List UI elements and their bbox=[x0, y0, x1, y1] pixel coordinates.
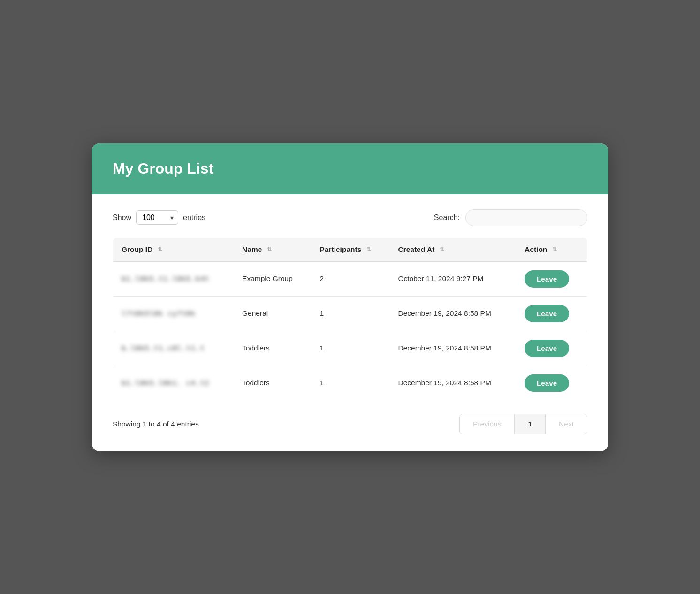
cell-created-at: December 19, 2024 8:58 PM bbox=[389, 296, 516, 331]
cell-created-at: October 11, 2024 9:27 PM bbox=[389, 261, 516, 296]
sort-icon-participants: ⇅ bbox=[366, 246, 371, 253]
group-id-value: b1.l0k5.t1.l0k5.k4t bbox=[122, 274, 209, 282]
leave-button[interactable]: Leave bbox=[525, 340, 569, 357]
cell-participants: 1 bbox=[311, 331, 389, 366]
group-id-value: b1.l0k5.l0k1. c4.t2 bbox=[122, 379, 209, 387]
cell-action: Leave bbox=[516, 366, 587, 400]
table-row: b.l0k5.t1.c0l.t1.tToddlers1December 19, … bbox=[113, 331, 587, 366]
sort-icon-name: ⇅ bbox=[267, 246, 272, 253]
cell-name: Example Group bbox=[234, 261, 311, 296]
sort-icon-created-at: ⇅ bbox=[440, 246, 444, 253]
table-row: l7t0k5l0k cy7t0kGeneral1December 19, 202… bbox=[113, 296, 587, 331]
modal-header: My Group List bbox=[92, 143, 608, 194]
entries-select-wrapper[interactable]: 10 25 50 100 bbox=[136, 210, 178, 225]
leave-button[interactable]: Leave bbox=[525, 270, 569, 288]
search-input[interactable] bbox=[465, 209, 587, 226]
cell-name: General bbox=[234, 296, 311, 331]
leave-button[interactable]: Leave bbox=[525, 305, 569, 322]
previous-button[interactable]: Previous bbox=[460, 414, 514, 434]
cell-name: Toddlers bbox=[234, 366, 311, 400]
cell-group-id: b1.l0k5.l0k1. c4.t2 bbox=[113, 366, 234, 400]
cell-group-id: l7t0k5l0k cy7t0k bbox=[113, 296, 234, 331]
search-label: Search: bbox=[434, 213, 460, 222]
show-label: Show bbox=[113, 213, 131, 222]
table-header: Group ID ⇅ Name ⇅ Participants ⇅ Created… bbox=[113, 237, 587, 261]
pagination-row: Showing 1 to 4 of 4 entries Previous 1 N… bbox=[113, 414, 587, 434]
entries-label: entries bbox=[183, 213, 205, 222]
cell-action: Leave bbox=[516, 331, 587, 366]
col-header-created-at: Created At ⇅ bbox=[389, 237, 516, 261]
cell-created-at: December 19, 2024 8:58 PM bbox=[389, 366, 516, 400]
modal-container: My Group List Show 10 25 50 100 entries … bbox=[92, 143, 608, 451]
next-button[interactable]: Next bbox=[546, 414, 587, 434]
page-1-button[interactable]: 1 bbox=[514, 414, 546, 434]
entries-select[interactable]: 10 25 50 100 bbox=[136, 210, 178, 225]
leave-button[interactable]: Leave bbox=[525, 374, 569, 392]
sort-icon-group-id: ⇅ bbox=[158, 246, 162, 253]
cell-group-id: b1.l0k5.t1.l0k5.k4t bbox=[113, 261, 234, 296]
col-header-participants: Participants ⇅ bbox=[311, 237, 389, 261]
col-header-name: Name ⇅ bbox=[234, 237, 311, 261]
cell-participants: 1 bbox=[311, 366, 389, 400]
sort-icon-action: ⇅ bbox=[552, 246, 557, 253]
cell-created-at: December 19, 2024 8:58 PM bbox=[389, 331, 516, 366]
col-header-action: Action ⇅ bbox=[516, 237, 587, 261]
cell-participants: 2 bbox=[311, 261, 389, 296]
table-header-row: Group ID ⇅ Name ⇅ Participants ⇅ Created… bbox=[113, 237, 587, 261]
group-table: Group ID ⇅ Name ⇅ Participants ⇅ Created… bbox=[113, 237, 587, 401]
toolbar-right: Search: bbox=[434, 209, 587, 226]
group-id-value: l7t0k5l0k cy7t0k bbox=[122, 309, 196, 317]
group-id-value: b.l0k5.t1.c0l.t1.t bbox=[122, 344, 205, 352]
toolbar-left: Show 10 25 50 100 entries bbox=[113, 210, 205, 225]
col-header-group-id: Group ID ⇅ bbox=[113, 237, 234, 261]
table-row: b1.l0k5.l0k1. c4.t2Toddlers1December 19,… bbox=[113, 366, 587, 400]
cell-name: Toddlers bbox=[234, 331, 311, 366]
table-row: b1.l0k5.t1.l0k5.k4tExample Group2October… bbox=[113, 261, 587, 296]
table-body: b1.l0k5.t1.l0k5.k4tExample Group2October… bbox=[113, 261, 587, 400]
cell-group-id: b.l0k5.t1.c0l.t1.t bbox=[113, 331, 234, 366]
cell-action: Leave bbox=[516, 261, 587, 296]
cell-action: Leave bbox=[516, 296, 587, 331]
modal-body: Show 10 25 50 100 entries Search: bbox=[92, 194, 608, 451]
showing-text: Showing 1 to 4 of 4 entries bbox=[113, 420, 199, 428]
pagination-controls: Previous 1 Next bbox=[459, 414, 587, 434]
toolbar: Show 10 25 50 100 entries Search: bbox=[113, 209, 587, 226]
cell-participants: 1 bbox=[311, 296, 389, 331]
page-title: My Group List bbox=[113, 160, 587, 177]
